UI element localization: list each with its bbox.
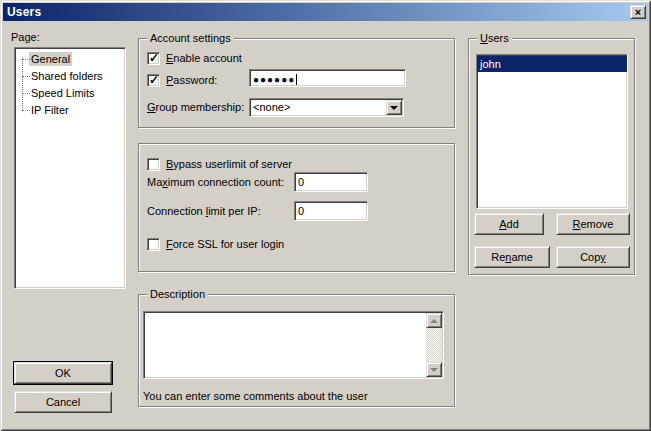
tree-item-ip-filter[interactable]: IP Filter bbox=[15, 102, 125, 119]
add-button[interactable]: Add bbox=[474, 213, 544, 235]
tree-item-shared-folders[interactable]: Shared folders bbox=[15, 68, 125, 85]
group-membership-select[interactable]: <none> bbox=[249, 98, 404, 117]
cancel-button[interactable]: Cancel bbox=[14, 391, 112, 413]
description-group: Description You can enter some comments … bbox=[138, 294, 455, 407]
users-dialog: Users × Page: General Shared folders Spe… bbox=[0, 0, 651, 431]
rename-button[interactable]: Rename bbox=[474, 246, 550, 268]
max-connection-count-label: Maximum connection count: bbox=[147, 176, 284, 189]
description-title: Description bbox=[147, 288, 208, 301]
close-button[interactable]: × bbox=[630, 5, 646, 19]
bypass-userlimit-label[interactable]: Bypass userlimit of server bbox=[166, 158, 292, 171]
tree-item-general[interactable]: General bbox=[15, 51, 125, 68]
combo-dropdown-button[interactable] bbox=[386, 100, 402, 115]
password-mask: ●●●●●● bbox=[253, 74, 295, 85]
bypass-userlimit-checkbox[interactable] bbox=[147, 158, 160, 171]
connection-limit-per-ip-label: Connection limit per IP: bbox=[147, 205, 261, 218]
password-input[interactable]: ●●●●●● bbox=[249, 69, 406, 87]
remove-button[interactable]: Remove bbox=[556, 213, 630, 235]
scroll-down-button[interactable] bbox=[426, 362, 442, 377]
connection-options-group: Bypass userlimit of server Maximum conne… bbox=[138, 143, 455, 272]
description-scrollbar[interactable] bbox=[426, 313, 442, 377]
users-group: Users john Add Remove Rename Copy bbox=[468, 38, 635, 275]
connection-limit-per-ip-input[interactable]: 0 bbox=[294, 201, 368, 221]
force-ssl-label[interactable]: Force SSL for user login bbox=[166, 238, 284, 251]
triangle-down-icon bbox=[430, 368, 438, 372]
users-group-title: Users bbox=[477, 32, 512, 45]
max-connection-count-input[interactable]: 0 bbox=[294, 172, 368, 192]
titlebar[interactable]: Users × bbox=[3, 3, 648, 21]
password-label[interactable]: Password: bbox=[166, 74, 217, 87]
group-membership-value: <none> bbox=[253, 101, 290, 114]
tree-item-speed-limits[interactable]: Speed Limits bbox=[15, 85, 125, 102]
account-settings-group: Account settings Enable account Password… bbox=[138, 38, 455, 128]
page-label: Page: bbox=[11, 31, 40, 44]
tree-item-label: Shared folders bbox=[29, 69, 105, 83]
enable-account-checkbox[interactable] bbox=[147, 52, 160, 65]
enable-account-label[interactable]: Enable account bbox=[166, 52, 242, 65]
tree-item-label: Speed Limits bbox=[29, 86, 97, 100]
description-hint: You can enter some comments about the us… bbox=[143, 390, 368, 403]
user-list-item[interactable]: john bbox=[477, 56, 627, 72]
description-textarea[interactable] bbox=[143, 311, 444, 379]
group-membership-label: Group membership: bbox=[147, 101, 244, 114]
chevron-down-icon bbox=[390, 106, 398, 110]
page-tree[interactable]: General Shared folders Speed Limits IP F… bbox=[14, 47, 126, 289]
password-checkbox[interactable] bbox=[147, 74, 160, 87]
window-title: Users bbox=[3, 5, 41, 19]
account-settings-title: Account settings bbox=[147, 32, 234, 45]
force-ssl-checkbox[interactable] bbox=[147, 238, 160, 251]
users-listbox[interactable]: john bbox=[476, 54, 628, 209]
text-caret bbox=[296, 74, 297, 85]
tree-item-label: IP Filter bbox=[29, 103, 71, 117]
ok-button[interactable]: OK bbox=[14, 362, 112, 384]
scroll-up-button[interactable] bbox=[426, 313, 442, 328]
close-icon: × bbox=[635, 7, 641, 17]
copy-button[interactable]: Copy bbox=[556, 246, 630, 268]
triangle-up-icon bbox=[430, 319, 438, 323]
scrollbar-track[interactable] bbox=[426, 328, 442, 362]
tree-item-label: General bbox=[29, 52, 72, 66]
